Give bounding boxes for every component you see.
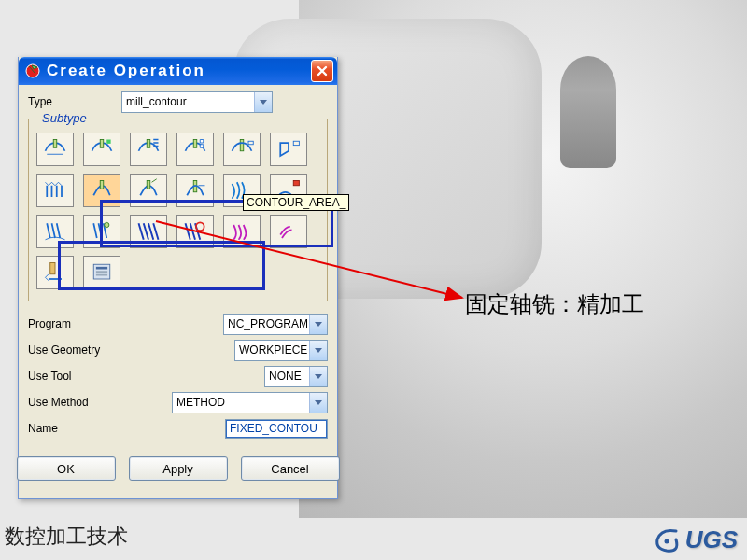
method-value: METHOD xyxy=(173,396,309,409)
geometry-combo[interactable]: WORKPIECE xyxy=(234,340,328,361)
subtype-r3c2-icon[interactable] xyxy=(83,215,120,248)
dialog-body: Type mill_contour Subtype xyxy=(19,85,337,490)
subtype-r4c1-icon[interactable] xyxy=(36,256,74,289)
ugs-logo: UGS xyxy=(652,525,738,554)
logo-text: UGS xyxy=(685,525,738,554)
chevron-down-icon[interactable] xyxy=(309,367,327,386)
tool-row: Use Tool NONE xyxy=(28,363,328,389)
type-value: mill_contour xyxy=(122,95,254,108)
apply-button[interactable]: Apply xyxy=(129,456,228,481)
subtype-r1c6-icon[interactable] xyxy=(270,133,307,166)
program-combo[interactable]: NC_PROGRAM xyxy=(223,314,328,335)
subtype-r2c1-icon[interactable] xyxy=(36,174,74,207)
tool-value: NONE xyxy=(265,370,309,383)
subtype-r2c4-icon[interactable] xyxy=(176,174,214,207)
footer-text: 数控加工技术 xyxy=(5,523,128,551)
callout-text: 固定轴铣：精加工 xyxy=(465,289,644,319)
close-button[interactable] xyxy=(311,60,333,82)
geometry-row: Use Geometry WORKPIECE xyxy=(28,337,328,363)
method-row: Use Method METHOD xyxy=(28,389,328,415)
subtype-zlevel-follow-icon[interactable] xyxy=(83,133,120,166)
svg-rect-20 xyxy=(96,274,107,276)
geometry-value: WORKPIECE xyxy=(235,343,309,357)
cancel-button[interactable]: Cancel xyxy=(241,456,340,481)
titlebar[interactable]: Create Operation xyxy=(19,57,337,85)
apply-label: Apply xyxy=(162,462,193,476)
svg-rect-5 xyxy=(193,140,197,148)
svg-rect-8 xyxy=(293,141,299,145)
subtype-r3c6-icon[interactable] xyxy=(270,215,307,248)
type-row: Type mill_contour xyxy=(28,91,328,113)
svg-rect-19 xyxy=(96,271,107,273)
subtype-r3c4-icon[interactable] xyxy=(176,215,214,248)
subtype-r2c3-icon[interactable] xyxy=(130,174,167,207)
fields-area: Program NC_PROGRAM Use Geometry WORKPIEC… xyxy=(28,311,328,441)
svg-point-15 xyxy=(196,222,204,231)
svg-rect-3 xyxy=(106,140,110,144)
svg-rect-2 xyxy=(100,140,104,148)
svg-rect-7 xyxy=(248,141,253,145)
ok-label: OK xyxy=(57,462,75,476)
svg-point-14 xyxy=(105,222,109,227)
program-label: Program xyxy=(28,317,149,330)
subtype-cavity-mill-icon[interactable] xyxy=(36,133,74,166)
method-combo[interactable]: METHOD xyxy=(172,392,328,413)
create-operation-dialog: Create Operation Type mill_contour Subty… xyxy=(18,57,338,499)
close-icon xyxy=(317,65,328,77)
svg-rect-16 xyxy=(50,263,55,274)
chevron-down-icon[interactable] xyxy=(309,341,327,360)
rendered-milling-tool xyxy=(560,56,616,168)
subtype-r4c2-icon[interactable] xyxy=(83,256,120,289)
subtype-grid xyxy=(35,131,321,295)
subtype-tooltip: CONTOUR_AREA_ xyxy=(243,194,349,211)
name-label: Name xyxy=(28,422,149,435)
svg-rect-1 xyxy=(53,140,57,148)
svg-rect-6 xyxy=(240,140,244,151)
name-row: Name xyxy=(28,415,328,441)
tool-combo[interactable]: NONE xyxy=(264,366,328,387)
name-input[interactable] xyxy=(225,419,328,439)
chevron-down-icon[interactable] xyxy=(309,315,327,334)
button-row: OK Apply Cancel xyxy=(28,456,328,481)
svg-rect-9 xyxy=(100,181,104,189)
chevron-down-icon[interactable] xyxy=(254,92,272,112)
subtype-r1c5-icon[interactable] xyxy=(223,133,261,166)
app-icon xyxy=(24,63,41,79)
method-label: Use Method xyxy=(28,396,149,409)
type-label: Type xyxy=(28,95,121,108)
geometry-label: Use Geometry xyxy=(28,343,149,357)
svg-rect-12 xyxy=(293,181,299,186)
dialog-title: Create Operation xyxy=(47,62,305,80)
svg-rect-10 xyxy=(147,181,150,189)
subtype-r3c1-icon[interactable] xyxy=(36,215,74,248)
program-row: Program NC_PROGRAM xyxy=(28,311,328,337)
svg-rect-4 xyxy=(147,140,150,148)
ok-button[interactable]: OK xyxy=(17,456,116,481)
chevron-down-icon[interactable] xyxy=(309,393,327,413)
program-value: NC_PROGRAM xyxy=(224,317,309,330)
subtype-zlevel-corner-icon[interactable] xyxy=(130,133,167,166)
background-render xyxy=(299,0,747,518)
subtype-fixed-contour-icon[interactable] xyxy=(83,174,120,207)
subtype-r3c5-icon[interactable] xyxy=(223,215,261,248)
tool-label: Use Tool xyxy=(28,370,149,383)
type-combo[interactable]: mill_contour xyxy=(121,91,273,113)
subtype-r1c4-icon[interactable] xyxy=(176,133,214,166)
cancel-label: Cancel xyxy=(271,462,308,476)
subtype-r3c3-icon[interactable] xyxy=(130,215,167,248)
svg-point-23 xyxy=(664,539,669,543)
ugs-swirl-icon xyxy=(652,526,682,554)
subtype-label: Subtype xyxy=(38,111,91,125)
svg-rect-18 xyxy=(96,267,107,270)
